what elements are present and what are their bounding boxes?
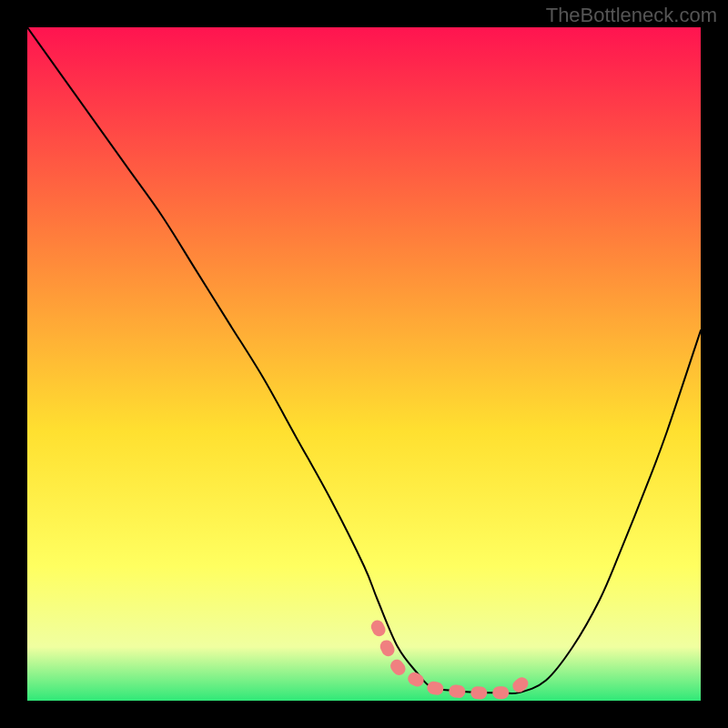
watermark-text: TheBottleneck.com [546, 4, 717, 27]
chart-container [27, 27, 701, 701]
bottleneck-chart [27, 27, 701, 701]
